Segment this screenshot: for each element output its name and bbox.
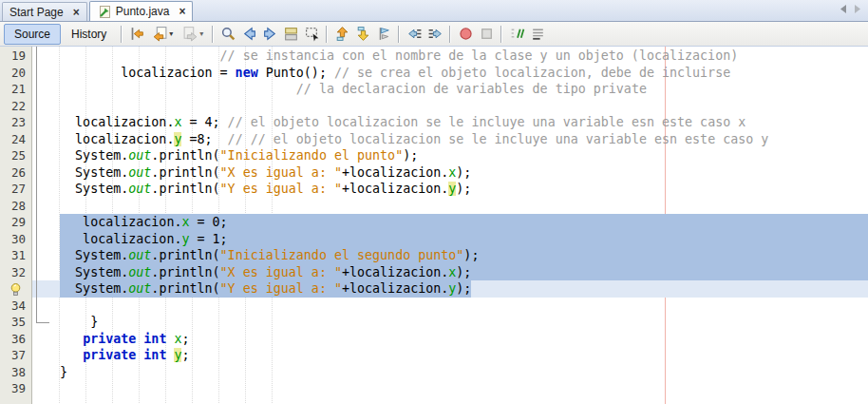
previous-bookmark-icon[interactable] <box>331 24 352 45</box>
tab-scroll-buttons <box>840 5 861 13</box>
code-line-text: localizacion.x = 0; <box>45 214 228 231</box>
toolbar-separator <box>326 26 328 43</box>
toolbar-separator <box>500 26 502 43</box>
code-line-text: } <box>45 314 98 331</box>
code-line-text: System.out.println("X es igual a: "+loca… <box>45 164 471 182</box>
code-line-text: System.out.println("Y es igual a: "+loca… <box>45 280 471 298</box>
code-line[interactable]: System.out.println("Inicializando el pun… <box>0 147 868 164</box>
code-line[interactable]: private int y; <box>0 347 868 364</box>
toolbar-separator <box>449 26 451 43</box>
code-line[interactable]: localizacion = new Punto(); // se crea e… <box>0 65 868 82</box>
scroll-tabs-left-icon[interactable] <box>840 5 847 13</box>
comment-icon[interactable] <box>506 24 527 45</box>
code-line-text: System.out.println("X es igual a: "+loca… <box>45 264 471 281</box>
history-view-button[interactable]: History <box>61 24 117 45</box>
code-line-text: } <box>45 364 67 381</box>
find-next-icon[interactable] <box>259 24 280 45</box>
tab-start-page[interactable]: Start Page× <box>2 2 87 21</box>
shift-line-left-icon[interactable] <box>404 24 425 45</box>
code-line[interactable] <box>0 198 868 215</box>
start-macro-recording-icon[interactable] <box>455 24 476 45</box>
code-editor[interactable]: 1920212223242526272829303132343536373839… <box>0 47 868 404</box>
back-icon[interactable]: ▾ <box>147 24 178 45</box>
code-line[interactable] <box>0 380 868 397</box>
fold-guide-corner <box>36 322 49 323</box>
forward-icon[interactable]: ▾ <box>178 24 208 45</box>
code-line[interactable]: System.out.println("Y es igual a: "+loca… <box>0 181 868 198</box>
dropdown-caret-icon[interactable]: ▾ <box>169 29 173 38</box>
toolbar-separator <box>398 26 400 43</box>
last-edit-location-icon[interactable] <box>126 24 147 45</box>
next-bookmark-icon[interactable] <box>352 24 373 45</box>
code-line[interactable]: System.out.println("Y es igual a: "+loca… <box>0 280 868 298</box>
code-line[interactable]: // se instancia con el nombre de la clas… <box>0 48 868 65</box>
code-line[interactable]: System.out.println("Inicializando el seg… <box>0 247 868 264</box>
tab-punto-java[interactable]: Punto.java× <box>89 1 194 21</box>
code-line-text: // la declaracion de variables de tipo p… <box>45 81 647 98</box>
code-line[interactable]: localizacion.y =8; // // el objeto local… <box>0 131 868 148</box>
code-line-text: System.out.println("Inicializando el seg… <box>45 247 479 264</box>
close-icon[interactable]: × <box>179 6 185 17</box>
shift-line-right-icon[interactable] <box>425 24 445 45</box>
java-class-icon <box>97 5 111 19</box>
code-line[interactable]: } <box>0 364 868 381</box>
toggle-highlight-search-icon[interactable] <box>280 24 301 45</box>
code-line[interactable]: localizacion.y = 1; <box>0 231 868 248</box>
code-line[interactable]: System.out.println("X es igual a: "+loca… <box>0 264 868 281</box>
code-line[interactable] <box>0 298 868 315</box>
tab-label: Punto.java <box>116 5 170 18</box>
code-line-text: private int x; <box>45 331 190 348</box>
code-line-text: localizacion.y = 1; <box>45 231 228 248</box>
code-line-text: localizacion.x = 4; // el objeto localiz… <box>45 114 745 131</box>
code-line-text: localizacion.y =8; // // el objeto local… <box>45 131 768 148</box>
dropdown-caret-icon[interactable]: ▾ <box>199 29 203 38</box>
find-previous-icon[interactable] <box>238 24 259 45</box>
toolbar-separator <box>121 26 123 43</box>
code-line[interactable]: localizacion.x = 0; <box>0 214 868 231</box>
rectangular-selection-icon[interactable] <box>301 24 322 45</box>
code-line[interactable]: // la declaracion de variables de tipo p… <box>0 81 868 98</box>
close-icon[interactable]: × <box>73 7 80 18</box>
toolbar-separator <box>212 26 214 43</box>
code-line-text: localizacion = new Punto(); // se crea e… <box>45 65 730 82</box>
code-line[interactable]: private int x; <box>0 331 868 348</box>
toggle-bookmark-icon[interactable] <box>373 24 394 45</box>
code-line-text: // se instancia con el nombre de la clas… <box>45 48 738 65</box>
code-line-text: private int y; <box>45 347 190 364</box>
uncomment-icon[interactable] <box>527 24 548 45</box>
fold-guide-line[interactable] <box>36 47 37 322</box>
code-line-text: System.out.println("Y es igual a: "+loca… <box>45 181 471 198</box>
tab-bar: Start Page×Punto.java× <box>0 0 868 22</box>
source-view-button[interactable]: Source <box>4 24 61 45</box>
code-line[interactable]: System.out.println("X es igual a: "+loca… <box>0 164 868 182</box>
code-line-text: System.out.println("Inicializando el pun… <box>45 147 418 164</box>
editor-toolbar: SourceHistory▾▾ <box>0 22 868 47</box>
stop-macro-recording-icon[interactable] <box>476 24 497 45</box>
code-line[interactable]: localizacion.x = 4; // el objeto localiz… <box>0 114 868 131</box>
code-line[interactable]: } <box>0 314 868 331</box>
find-selection-icon[interactable] <box>217 24 238 45</box>
code-line[interactable] <box>0 98 868 115</box>
tab-label: Start Page <box>9 6 64 19</box>
scroll-tabs-right-icon[interactable] <box>854 5 861 13</box>
